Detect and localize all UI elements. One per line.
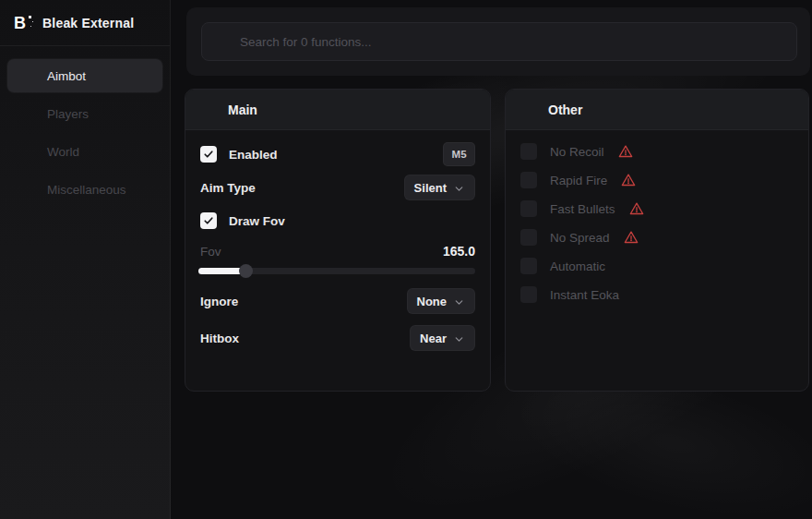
enabled-label: Enabled xyxy=(229,148,278,162)
sidebar-item[interactable]: Miscellaneous xyxy=(7,173,162,206)
search-box[interactable] xyxy=(201,22,797,61)
sidebar-item-label: Aimbot xyxy=(47,69,86,83)
ignore-row: Ignore None xyxy=(200,288,475,314)
hitbox-row: Hitbox Near xyxy=(200,325,475,351)
other-option-row: Instant Eoka xyxy=(520,286,794,303)
main-panel-body: Enabled M5 Aim Type Silent Draw Fov Fov … xyxy=(185,130,490,362)
sidebar-item-label: World xyxy=(47,145,79,159)
search-input[interactable] xyxy=(240,35,783,49)
aim-type-row: Aim Type Silent xyxy=(200,175,475,200)
hitbox-dropdown[interactable]: Near xyxy=(410,325,475,351)
warning-triangle-icon xyxy=(624,230,639,245)
sidebar-item-icon xyxy=(19,106,35,122)
aim-type-label: Aim Type xyxy=(200,181,256,195)
option-checkbox[interactable] xyxy=(520,286,537,303)
other-panel: Other No Recoil Rapid Fire Fast Bullets … xyxy=(505,89,809,392)
other-panel-header: Other xyxy=(506,90,808,130)
gear-icon xyxy=(522,103,536,116)
search-panel xyxy=(186,7,810,76)
aim-type-dropdown[interactable]: Silent xyxy=(404,175,475,200)
other-option-row: Rapid Fire xyxy=(520,172,794,188)
draw-fov-row: Draw Fov xyxy=(200,208,475,234)
ignore-value: None xyxy=(417,295,448,308)
option-checkbox[interactable] xyxy=(520,172,537,188)
search-icon xyxy=(215,34,230,49)
sidebar-item-label: Players xyxy=(47,107,89,121)
aim-type-value: Silent xyxy=(414,181,447,195)
draw-fov-label: Draw Fov xyxy=(229,214,285,228)
enabled-checkbox[interactable] xyxy=(200,146,217,163)
fov-slider-row xyxy=(200,264,475,279)
option-label: No Spread xyxy=(550,231,610,245)
option-label: Fast Bullets xyxy=(550,202,615,216)
warning-triangle-icon xyxy=(621,173,636,187)
other-option-row: No Recoil xyxy=(520,143,794,160)
sidebar: B Bleak External Aimbot Players World Mi… xyxy=(0,0,171,519)
warning-triangle-icon xyxy=(618,144,633,159)
main-panel-title: Main xyxy=(228,103,257,117)
fov-slider-track[interactable] xyxy=(198,268,475,274)
enabled-row: Enabled M5 xyxy=(200,141,475,167)
sidebar-item[interactable]: World xyxy=(7,135,162,168)
hitbox-value: Near xyxy=(420,332,447,345)
sidebar-item[interactable]: Players xyxy=(7,97,162,130)
other-panel-body: No Recoil Rapid Fire Fast Bullets No Spr… xyxy=(506,130,808,328)
sidebar-item-label: Miscellaneous xyxy=(47,183,126,197)
fov-row: Fov 165.0 xyxy=(200,241,475,261)
other-option-row: Automatic xyxy=(520,258,794,274)
option-label: Instant Eoka xyxy=(550,288,619,302)
option-checkbox[interactable] xyxy=(520,200,537,217)
option-label: Rapid Fire xyxy=(550,174,607,187)
app-logo-row: B Bleak External xyxy=(0,0,170,46)
other-option-row: Fast Bullets xyxy=(520,200,794,217)
ignore-dropdown[interactable]: None xyxy=(407,288,476,314)
option-label: No Recoil xyxy=(550,145,604,159)
keybind-button[interactable]: M5 xyxy=(443,142,475,166)
chevron-down-icon xyxy=(453,182,465,194)
app-logo-icon: B xyxy=(14,13,32,33)
option-label: Automatic xyxy=(550,260,605,273)
fov-slider-thumb[interactable] xyxy=(239,264,253,278)
sidebar-item-icon xyxy=(19,68,35,84)
sidebar-item-icon xyxy=(19,182,35,198)
ignore-label: Ignore xyxy=(200,295,238,308)
draw-fov-checkbox[interactable] xyxy=(200,212,217,229)
warning-triangle-icon xyxy=(629,201,644,216)
app-title: Bleak External xyxy=(42,16,134,30)
fov-label: Fov xyxy=(200,245,221,259)
main-panel-header: Main xyxy=(185,90,490,130)
sidebar-item[interactable]: Aimbot xyxy=(7,59,162,92)
chevron-down-icon xyxy=(453,296,465,308)
fov-value: 165.0 xyxy=(443,244,475,259)
chevron-down-icon xyxy=(453,332,465,344)
main-panel: Main Enabled M5 Aim Type Silent Draw Fov… xyxy=(185,89,491,392)
other-panel-title: Other xyxy=(548,103,582,117)
option-checkbox[interactable] xyxy=(520,229,537,246)
option-checkbox[interactable] xyxy=(520,258,537,274)
option-checkbox[interactable] xyxy=(520,143,537,160)
sidebar-nav: Aimbot Players World Miscellaneous xyxy=(0,46,170,219)
hitbox-label: Hitbox xyxy=(200,332,239,345)
other-option-row: No Spread xyxy=(520,229,794,246)
sidebar-item-icon xyxy=(19,144,35,160)
target-icon xyxy=(202,103,216,116)
